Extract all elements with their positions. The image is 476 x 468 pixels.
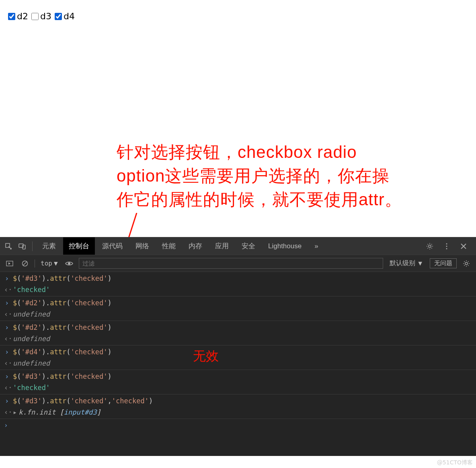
console-input-row: ›$('#d3').attr('checked') [0, 370, 476, 381]
checkbox-d2-label[interactable]: d2 [8, 11, 28, 21]
tab-security[interactable]: 安全 [236, 237, 261, 255]
annotation-invalid: 无效 [193, 347, 219, 365]
console-output-value: 'checked' [13, 384, 50, 392]
input-chevron-icon: › [4, 372, 10, 380]
expand-triangle-icon[interactable]: ▸ [13, 408, 17, 416]
inspect-icon[interactable] [2, 240, 14, 252]
close-icon[interactable] [458, 240, 470, 252]
annotation-text: 针对选择按钮，checkbox radio option这些需要用户选择的，你在… [117, 141, 402, 211]
svg-point-6 [446, 243, 447, 244]
input-chevron-icon: › [4, 348, 10, 356]
console-output[interactable]: ›$('#d3').attr('checked')‹·'checked'›$('… [0, 272, 476, 456]
tab-memory[interactable]: 内存 [183, 237, 208, 255]
console-output-value: undefined [13, 359, 50, 367]
console-settings-icon[interactable] [461, 258, 472, 269]
tabs-divider [32, 241, 33, 251]
input-chevron-icon: › [4, 299, 10, 307]
tab-lighthouse[interactable]: Lighthouse [263, 238, 307, 254]
svg-point-12 [68, 262, 70, 265]
console-toolbar: top ▼ 默认级别 ▼ 无问题 [0, 255, 476, 272]
page-content: d2 d3 d4 [0, 0, 476, 33]
console-input-row: ›$('#d4').attr('checked') [0, 345, 476, 357]
checkbox-row: d2 d3 d4 [8, 11, 468, 21]
tab-network[interactable]: 网络 [130, 237, 155, 255]
tab-elements[interactable]: 元素 [37, 237, 62, 255]
annotation-line2: option这些需要用户选择的，你在操 [117, 164, 402, 188]
toolbar-divider [35, 260, 35, 268]
console-output-row: ‹·▸k.fn.init [input#d3] [0, 406, 476, 419]
watermark: @51CTO博客 [437, 459, 473, 466]
console-input-code: $('#d4').attr('checked') [13, 348, 112, 356]
output-chevron-icon: ‹· [4, 384, 10, 392]
clear-console-icon[interactable] [19, 258, 31, 269]
log-level-label: 默认级别 [390, 259, 415, 268]
checkbox-d3-text: d3 [40, 11, 51, 21]
console-prompt[interactable]: › [0, 419, 476, 431]
tab-more[interactable]: » [309, 238, 324, 254]
tab-application[interactable]: 应用 [209, 237, 234, 255]
svg-point-8 [446, 248, 447, 249]
svg-point-13 [465, 262, 468, 265]
device-toggle-icon[interactable] [16, 240, 28, 252]
input-chevron-icon: › [4, 323, 10, 331]
filter-input[interactable] [79, 258, 384, 269]
tab-sources[interactable]: 源代码 [96, 237, 128, 255]
console-output-row: ‹·undefined [0, 332, 476, 345]
tab-performance[interactable]: 性能 [156, 237, 181, 255]
svg-line-11 [23, 262, 27, 266]
context-selector[interactable]: top ▼ [39, 259, 60, 268]
svg-point-7 [446, 245, 447, 247]
svg-point-5 [429, 245, 431, 247]
output-chevron-icon: ‹· [4, 310, 10, 318]
chevron-down-icon: ▼ [54, 260, 58, 267]
console-output-row: ‹·'checked' [0, 381, 476, 394]
console-output-row: ‹·undefined [0, 308, 476, 321]
checkbox-d2[interactable] [8, 13, 15, 20]
gear-icon[interactable] [424, 240, 436, 252]
svg-rect-4 [23, 245, 25, 249]
annotation-line3: 作它的属性的时候，就不要使用attr。 [117, 188, 402, 212]
console-output-row: ‹·undefined [0, 357, 476, 370]
output-chevron-icon: ‹· [4, 359, 10, 367]
console-input-code: $('#d3').attr('checked') [13, 372, 112, 380]
annotation-line1: 针对选择按钮，checkbox radio [117, 141, 402, 164]
console-output-value: undefined [13, 335, 50, 343]
live-expression-icon[interactable] [64, 258, 75, 269]
output-chevron-icon: ‹· [4, 335, 10, 343]
console-input-row: ›$('#d2').attr('checked') [0, 321, 476, 332]
console-input-row: ›$('#d2').attr('checked') [0, 296, 476, 308]
menu-icon[interactable] [441, 240, 453, 252]
console-input-row: ›$('#d3').attr('checked') [0, 272, 476, 283]
console-input-code: $('#d2').attr('checked') [13, 323, 112, 331]
sidebar-toggle-icon[interactable] [4, 258, 15, 269]
console-output-value: 'checked' [13, 286, 50, 294]
checkbox-d3[interactable] [31, 13, 39, 20]
input-chevron-icon: › [4, 274, 10, 282]
log-level-selector[interactable]: 默认级别 ▼ [387, 258, 426, 268]
no-issues-button[interactable]: 无问题 [430, 258, 457, 268]
checkbox-d4-text: d4 [64, 11, 75, 21]
tab-console[interactable]: 控制台 [63, 237, 95, 255]
output-chevron-icon: ‹· [4, 408, 10, 416]
console-input-row: ›$('#d3').attr('checked','checked') [0, 394, 476, 406]
chevron-down-icon: ▼ [417, 260, 423, 267]
checkbox-d3-label[interactable]: d3 [31, 11, 51, 21]
context-label: top [41, 260, 52, 267]
checkbox-d4[interactable] [55, 13, 62, 20]
console-input-code: $('#d2').attr('checked') [13, 299, 112, 307]
devtools-panel: 元素 控制台 源代码 网络 性能 内存 应用 安全 Lighthouse » [0, 237, 476, 456]
console-output-value: undefined [13, 310, 50, 318]
input-chevron-icon: › [4, 397, 10, 405]
console-output-row: ‹·'checked' [0, 283, 476, 296]
output-chevron-icon: ‹· [4, 286, 10, 294]
console-input-code: $('#d3').attr('checked') [13, 274, 112, 282]
checkbox-d4-label[interactable]: d4 [55, 11, 75, 21]
console-output-value: ▸k.fn.init [input#d3] [13, 408, 101, 416]
devtools-tabs: 元素 控制台 源代码 网络 性能 内存 应用 安全 Lighthouse » [0, 237, 476, 255]
console-input-code: $('#d3').attr('checked','checked') [13, 397, 153, 405]
checkbox-d2-text: d2 [17, 11, 28, 21]
